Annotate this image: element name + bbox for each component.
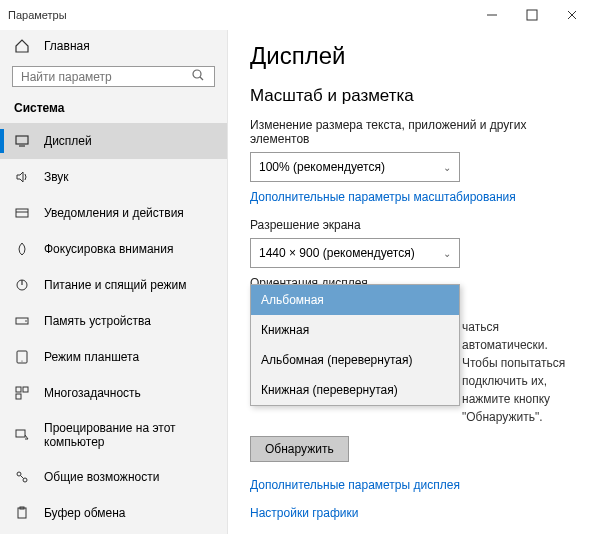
orientation-option-landscape[interactable]: Альбомная [251, 285, 459, 315]
window-title: Параметры [8, 9, 67, 21]
nav-shared[interactable]: Общие возможности [0, 459, 227, 495]
nav-clipboard[interactable]: Буфер обмена [0, 495, 227, 531]
resolution-value: 1440 × 900 (рекомендуется) [259, 246, 415, 260]
nav-multitask[interactable]: Многозадачность [0, 375, 227, 411]
nav-power[interactable]: Питание и спящий режим [0, 267, 227, 303]
focus-icon [14, 241, 30, 257]
resolution-select[interactable]: 1440 × 900 (рекомендуется) ⌄ [250, 238, 460, 268]
advanced-scaling-link[interactable]: Дополнительные параметры масштабирования [250, 190, 576, 204]
nav-label: Фокусировка внимания [44, 242, 173, 256]
display-icon [14, 133, 30, 149]
scale-select[interactable]: 100% (рекомендуется) ⌄ [250, 152, 460, 182]
nav-label: Память устройства [44, 314, 151, 328]
nav-label: Многозадачность [44, 386, 141, 400]
advanced-display-link[interactable]: Дополнительные параметры дисплея [250, 478, 576, 492]
scale-value: 100% (рекомендуется) [259, 160, 385, 174]
detect-button[interactable]: Обнаружить [250, 436, 349, 462]
svg-point-13 [25, 320, 27, 322]
orientation-option-portrait[interactable]: Книжная [251, 315, 459, 345]
projecting-icon [14, 427, 30, 443]
multitask-icon [14, 385, 30, 401]
nav-notifications[interactable]: Уведомления и действия [0, 195, 227, 231]
window-controls [472, 1, 592, 29]
svg-rect-6 [16, 136, 28, 144]
section-title: Масштаб и разметка [250, 86, 576, 106]
graphics-settings-link[interactable]: Настройки графики [250, 506, 576, 520]
titlebar: Параметры [0, 0, 600, 30]
clipboard-icon [14, 505, 30, 521]
svg-point-20 [17, 472, 21, 476]
svg-rect-17 [23, 387, 28, 392]
orientation-option-landscape-flipped[interactable]: Альбомная (перевернутая) [251, 345, 459, 375]
nav-display[interactable]: Дисплей [0, 123, 227, 159]
svg-point-4 [193, 70, 201, 78]
page-title: Дисплей [250, 42, 576, 70]
svg-line-22 [21, 476, 24, 479]
svg-rect-8 [16, 209, 28, 217]
svg-point-21 [23, 478, 27, 482]
svg-rect-19 [16, 430, 25, 437]
search-box[interactable] [12, 66, 215, 87]
maximize-button[interactable] [512, 1, 552, 29]
nav-label: Режим планшета [44, 350, 139, 364]
shared-icon [14, 469, 30, 485]
nav-sound[interactable]: Звук [0, 159, 227, 195]
nav-label: Дисплей [44, 134, 92, 148]
scale-label: Изменение размера текста, приложений и д… [250, 118, 576, 146]
nav-label: Питание и спящий режим [44, 278, 187, 292]
home-nav[interactable]: Главная [0, 30, 227, 60]
nav-label: Буфер обмена [44, 506, 126, 520]
power-icon [14, 277, 30, 293]
svg-rect-18 [16, 394, 21, 399]
search-input[interactable] [21, 70, 190, 84]
main-content: Дисплей Масштаб и разметка Изменение раз… [228, 30, 600, 534]
resolution-label: Разрешение экрана [250, 218, 576, 232]
svg-point-15 [21, 360, 22, 361]
sound-icon [14, 169, 30, 185]
home-label: Главная [44, 39, 90, 53]
nav-label: Проецирование на этот компьютер [44, 421, 213, 449]
nav-label: Общие возможности [44, 470, 159, 484]
minimize-button[interactable] [472, 1, 512, 29]
notifications-icon [14, 205, 30, 221]
tablet-icon [14, 349, 30, 365]
orientation-option-portrait-flipped[interactable]: Книжная (перевернутая) [251, 375, 459, 405]
nav-storage[interactable]: Память устройства [0, 303, 227, 339]
nav-projecting[interactable]: Проецирование на этот компьютер [0, 411, 227, 459]
close-button[interactable] [552, 1, 592, 29]
svg-line-5 [200, 77, 203, 80]
svg-rect-16 [16, 387, 21, 392]
storage-icon [14, 313, 30, 329]
orientation-dropdown[interactable]: Альбомная Книжная Альбомная (перевернута… [250, 284, 460, 406]
svg-rect-1 [527, 10, 537, 20]
home-icon [14, 38, 30, 54]
chevron-down-icon: ⌄ [443, 162, 451, 173]
search-icon [190, 67, 206, 86]
chevron-down-icon: ⌄ [443, 248, 451, 259]
nav-tablet[interactable]: Режим планшета [0, 339, 227, 375]
category-header: Система [0, 97, 227, 123]
nav-label: Звук [44, 170, 69, 184]
nav-focus[interactable]: Фокусировка внимания [0, 231, 227, 267]
sidebar: Главная Система Дисплей Звук Уведомления… [0, 30, 228, 534]
nav-label: Уведомления и действия [44, 206, 184, 220]
